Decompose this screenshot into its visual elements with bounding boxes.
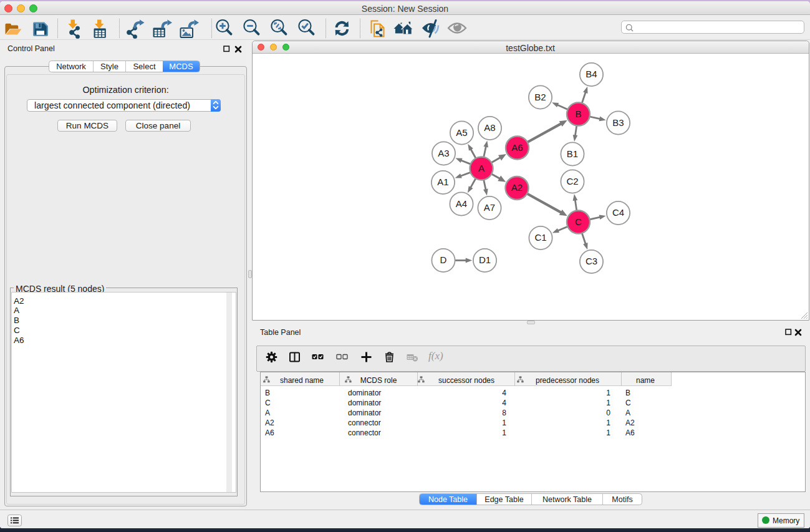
svg-text:A8: A8 <box>484 122 495 133</box>
svg-text:B3: B3 <box>612 117 624 128</box>
svg-text:B1: B1 <box>566 148 577 159</box>
svg-text:A: A <box>478 163 484 173</box>
svg-text:A6: A6 <box>511 142 523 153</box>
svg-text:A1: A1 <box>437 177 448 187</box>
svg-text:C2: C2 <box>566 176 578 186</box>
svg-text:D: D <box>440 254 446 265</box>
svg-text:A3: A3 <box>438 148 449 158</box>
svg-text:A5: A5 <box>456 127 467 138</box>
svg-text:D1: D1 <box>478 254 490 265</box>
svg-text:B2: B2 <box>534 92 546 102</box>
svg-text:A7: A7 <box>483 202 494 213</box>
svg-text:C1: C1 <box>534 232 546 243</box>
svg-text:C: C <box>575 216 582 227</box>
svg-text:A4: A4 <box>455 198 466 209</box>
svg-text:C3: C3 <box>585 256 597 266</box>
svg-text:B: B <box>575 109 581 119</box>
svg-text:A2: A2 <box>511 182 522 193</box>
svg-text:C4: C4 <box>612 207 624 218</box>
svg-text:B4: B4 <box>586 69 597 79</box>
